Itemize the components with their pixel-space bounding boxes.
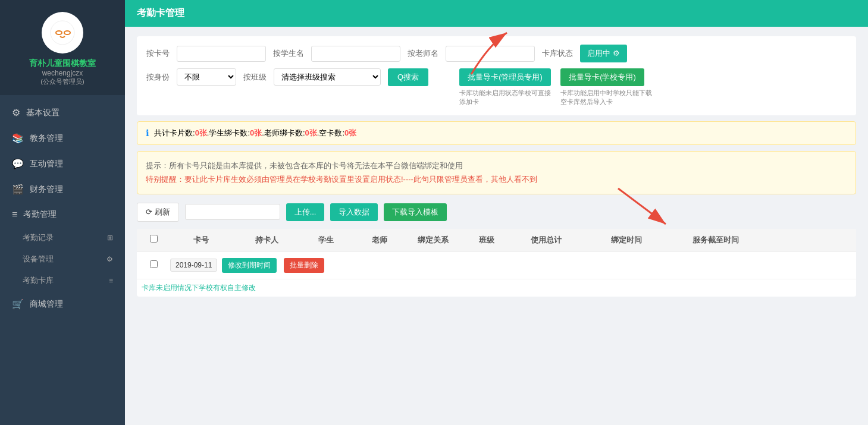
row-checkbox[interactable] bbox=[150, 260, 158, 268]
sidebar-item-basic[interactable]: ⚙ 基本设置 bbox=[0, 100, 125, 125]
sidebar-item-attendance[interactable]: ≡ 考勤管理 bbox=[0, 202, 125, 227]
main-content: 考勤卡管理 按卡号 按学生名 按老师名 卡库状态 启用中 ⚙ 按身份 不限 bbox=[125, 0, 868, 425]
warning-line2: 特别提醒：要让此卡片库生效必须由管理员在学校考勤设置里设置启用状态!----此句… bbox=[146, 172, 847, 186]
attendance-icon: ≡ bbox=[12, 209, 17, 220]
sidebar-item-attendance-record[interactable]: 考勤记录 ⊞ bbox=[0, 227, 125, 248]
warning-line1: 提示：所有卡号只能是由本库提供，未被包含在本库的卡号将无法在本平台微信端绑定和使… bbox=[146, 159, 847, 172]
sidebar-item-academic[interactable]: 📚 教务管理 bbox=[0, 125, 125, 151]
download-template-button[interactable]: 下载导入模板 bbox=[384, 203, 447, 221]
row-checkbox-cell bbox=[142, 260, 165, 270]
attendance-record-label: 考勤记录 bbox=[23, 232, 54, 243]
batch-school-button[interactable]: 批量导卡(学校专用) bbox=[560, 68, 644, 86]
warning-banner: 提示：所有卡号只能是由本库提供，未被包含在本库的卡号将无法在本平台微信端绑定和使… bbox=[137, 151, 856, 194]
batch-admin-hint: 卡库功能未启用状态学校可直接添加卡 bbox=[459, 89, 554, 107]
gear-icon: ⚙ bbox=[12, 107, 20, 118]
device-mgmt-badge: ⚙ bbox=[106, 255, 113, 263]
filter-bar: 按卡号 按学生名 按老师名 卡库状态 启用中 ⚙ 按身份 不限 按班级 清选择班… bbox=[137, 36, 856, 115]
upload-button[interactable]: 上传... bbox=[286, 203, 325, 221]
sidebar-item-interact-label: 互动管理 bbox=[30, 159, 63, 169]
col-student: 学生 bbox=[296, 235, 356, 245]
sidebar-role: (公众号管理员) bbox=[40, 77, 84, 86]
teacher-name-label: 按老师名 bbox=[408, 48, 438, 59]
identity-label: 按身份 bbox=[146, 72, 170, 83]
info-banner: ℹ 共计卡片数:0张.学生绑卡数:0张.老师绑卡数:0张.空卡数:0张 bbox=[137, 121, 856, 145]
data-table: 卡号 持卡人 学生 老师 绑定关系 班级 使用总计 绑定时间 服务截至时间 20… bbox=[137, 229, 856, 297]
sidebar-item-card-mgmt[interactable]: 考勤卡库 ≡ bbox=[0, 270, 125, 291]
attendance-record-badge: ⊞ bbox=[107, 234, 113, 242]
batch-delete-button[interactable]: 批量删除 bbox=[284, 258, 324, 273]
col-class: 班级 bbox=[463, 235, 510, 245]
sidebar-item-finance-label: 财务管理 bbox=[30, 184, 63, 195]
sidebar-item-shop[interactable]: 🛒 商城管理 bbox=[0, 291, 125, 317]
batch-school-group: 批量导卡(学校专用) 卡库功能启用中时学校只能下载空卡库然后导入卡 bbox=[560, 68, 656, 107]
chat-icon: 💬 bbox=[12, 158, 24, 169]
card-mgmt-badge: ≡ bbox=[109, 276, 113, 285]
date-badge: 2019-09-11 bbox=[170, 259, 217, 272]
sidebar-menu: ⚙ 基本设置 📚 教务管理 💬 互动管理 🎬 财务管理 ≡ 考勤管理 考勤记录 … bbox=[0, 95, 125, 425]
select-all-checkbox[interactable] bbox=[150, 235, 158, 243]
page-title: 考勤卡管理 bbox=[137, 8, 184, 18]
class-label: 按班级 bbox=[243, 72, 267, 83]
identity-select[interactable]: 不限 bbox=[177, 68, 236, 86]
sidebar-item-academic-label: 教务管理 bbox=[30, 133, 63, 144]
table-note: 卡库未启用情况下学校有权自主修改 bbox=[137, 279, 856, 297]
info-text: 共计卡片数:0张.学生绑卡数:0张.老师绑卡数:0张.空卡数:0张 bbox=[154, 128, 356, 138]
card-mgmt-label: 考勤卡库 bbox=[23, 275, 54, 286]
sidebar-item-finance[interactable]: 🎬 财务管理 bbox=[0, 177, 125, 202]
sidebar-item-shop-label: 商城管理 bbox=[30, 299, 63, 310]
student-name-label: 按学生名 bbox=[273, 48, 304, 59]
filter-row-1: 按卡号 按学生名 按老师名 卡库状态 启用中 ⚙ bbox=[146, 45, 847, 62]
sidebar-item-device-mgmt[interactable]: 设备管理 ⚙ bbox=[0, 248, 125, 270]
teacher-name-input[interactable] bbox=[446, 46, 535, 62]
table-header: 卡号 持卡人 学生 老师 绑定关系 班级 使用总计 绑定时间 服务截至时间 bbox=[137, 229, 856, 252]
sidebar-logo: 育朴儿童围棋教室 wechengjczx (公众号管理员) bbox=[0, 0, 125, 95]
filter-row-2: 按身份 不限 按班级 清选择班级搜索 Q搜索 bbox=[146, 68, 847, 107]
logo-icon bbox=[42, 12, 83, 53]
batch-school-hint: 卡库功能启用中时学校只能下载空卡库然后导入卡 bbox=[560, 89, 656, 107]
page-header: 考勤卡管理 bbox=[125, 0, 868, 27]
refresh-button[interactable]: ⟳ 刷新 bbox=[137, 203, 179, 222]
modify-expiry-button[interactable]: 修改到期时间 bbox=[222, 258, 277, 273]
status-label: 卡库状态 bbox=[542, 48, 573, 59]
action-bar: ⟳ 刷新 上传... 导入数据 下载导入模板 bbox=[137, 203, 856, 222]
sidebar: 育朴儿童围棋教室 wechengjczx (公众号管理员) ⚙ 基本设置 📚 教… bbox=[0, 0, 125, 425]
class-select[interactable]: 清选择班级搜索 bbox=[274, 68, 381, 86]
student-name-input[interactable] bbox=[311, 46, 400, 62]
sidebar-item-attendance-label: 考勤管理 bbox=[23, 209, 57, 220]
col-bind-time: 绑定时间 bbox=[582, 235, 671, 245]
sidebar-item-interact[interactable]: 💬 互动管理 bbox=[0, 151, 125, 177]
col-holder: 持卡人 bbox=[237, 235, 296, 245]
col-checkbox bbox=[142, 235, 165, 245]
sidebar-item-basic-label: 基本设置 bbox=[26, 108, 59, 118]
table-row: 2019-09-11 修改到期时间 批量删除 bbox=[137, 252, 856, 279]
batch-admin-group: 批量导卡(管理员专用) 卡库功能未启用状态学校可直接添加卡 bbox=[459, 68, 554, 107]
row-date-cell: 2019-09-11 修改到期时间 批量删除 bbox=[165, 258, 510, 273]
col-usage: 使用总计 bbox=[510, 235, 582, 245]
col-expire: 服务截至时间 bbox=[671, 235, 760, 245]
status-button[interactable]: 启用中 ⚙ bbox=[580, 45, 627, 62]
col-teacher: 老师 bbox=[356, 235, 403, 245]
book-icon: 📚 bbox=[12, 133, 24, 144]
col-bind: 绑定关系 bbox=[403, 235, 463, 245]
content-area: 按卡号 按学生名 按老师名 卡库状态 启用中 ⚙ 按身份 不限 按班级 清选择班… bbox=[125, 27, 868, 425]
card-no-input[interactable] bbox=[177, 46, 266, 62]
search-button[interactable]: Q搜索 bbox=[388, 68, 428, 86]
warning-section: 提示：所有卡号只能是由本库提供，未被包含在本库的卡号将无法在本平台微信端绑定和使… bbox=[137, 151, 856, 194]
info-icon: ℹ bbox=[146, 128, 149, 138]
card-no-label: 按卡号 bbox=[146, 48, 170, 59]
device-mgmt-label: 设备管理 bbox=[23, 254, 54, 265]
file-path-input[interactable] bbox=[185, 204, 280, 220]
sidebar-username: wechengjczx bbox=[42, 69, 83, 77]
finance-icon: 🎬 bbox=[12, 184, 24, 195]
col-card-no: 卡号 bbox=[165, 235, 237, 245]
sidebar-school-title: 育朴儿童围棋教室 bbox=[29, 58, 96, 69]
batch-admin-button[interactable]: 批量导卡(管理员专用) bbox=[459, 68, 551, 86]
import-button[interactable]: 导入数据 bbox=[330, 203, 378, 221]
shop-icon: 🛒 bbox=[12, 298, 24, 310]
